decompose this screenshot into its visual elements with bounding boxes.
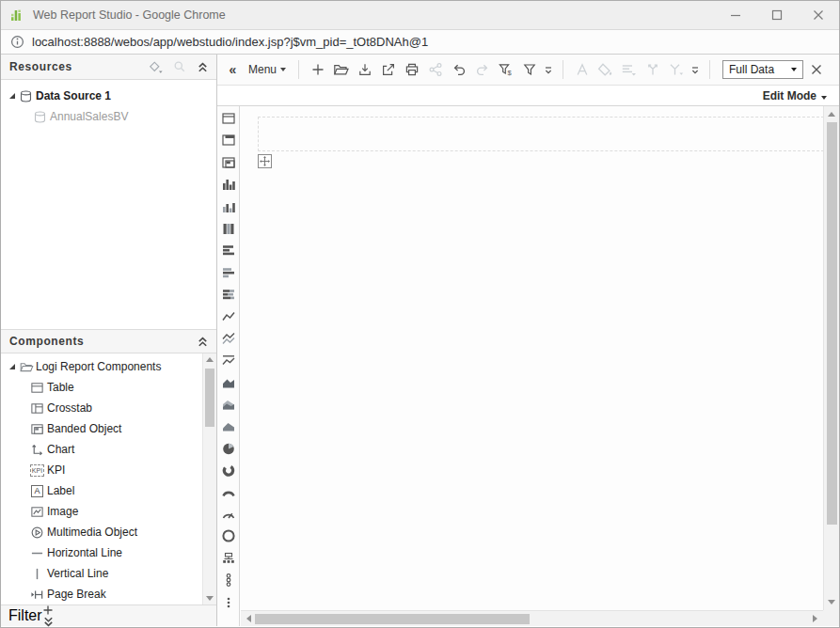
multi-line-chart-icon[interactable] xyxy=(221,331,236,346)
collapse-sidebar-button[interactable]: « xyxy=(222,58,244,81)
export-button[interactable] xyxy=(377,58,399,81)
open-folder-button[interactable] xyxy=(330,58,352,81)
crosstab-icon[interactable] xyxy=(221,133,236,148)
canvas-vertical-scrollbar[interactable] xyxy=(823,106,839,610)
scroll-right-icon[interactable] xyxy=(813,611,817,626)
search-icon[interactable] xyxy=(173,60,186,73)
column-chart-icon[interactable] xyxy=(221,221,236,236)
component-item-label: Label xyxy=(47,484,74,497)
org-chart-icon[interactable] xyxy=(221,551,236,566)
banded-object-icon[interactable] xyxy=(221,155,236,170)
more-icon[interactable] xyxy=(221,595,236,610)
save-button[interactable] xyxy=(354,58,375,81)
report-canvas[interactable] xyxy=(241,106,823,610)
stacked-area-chart-icon[interactable] xyxy=(221,418,236,433)
component-item-table[interactable]: Table xyxy=(1,377,216,398)
donut-chart-icon[interactable] xyxy=(221,463,236,478)
report-band[interactable] xyxy=(258,117,823,151)
minimize-button[interactable] xyxy=(715,1,756,29)
undo-button[interactable] xyxy=(448,58,469,81)
fill-color-button[interactable] xyxy=(594,58,616,81)
window-title: Web Report Studio - Google Chrome xyxy=(33,8,715,22)
component-item-multimedia-object[interactable]: Multimedia Object xyxy=(1,522,216,542)
component-item-banded-object[interactable]: Banded Object xyxy=(1,418,216,439)
maximize-button[interactable] xyxy=(756,1,798,29)
component-item-label[interactable]: A Label xyxy=(1,480,216,501)
more-options-icon[interactable] xyxy=(689,58,702,81)
multimedia-icon xyxy=(29,526,45,540)
info-icon[interactable] xyxy=(10,35,24,49)
tree-item-business-view[interactable]: AnnualSalesBV xyxy=(1,106,216,127)
scroll-left-icon[interactable] xyxy=(246,611,251,626)
component-item-crosstab[interactable]: Crosstab xyxy=(1,398,216,418)
edit-mode-button[interactable]: Edit Mode xyxy=(763,89,827,102)
scrollbar-thumb[interactable] xyxy=(205,369,214,427)
address-bar[interactable]: localhost:8888/webos/app/webstudio/index… xyxy=(1,30,839,55)
redo-button[interactable] xyxy=(471,58,493,81)
scroll-up-icon[interactable] xyxy=(203,357,216,362)
view-mode-select[interactable]: Full Data xyxy=(722,60,803,79)
url-text[interactable]: localhost:8888/webos/app/webstudio/index… xyxy=(32,35,428,49)
component-item-page-break[interactable]: Page Break xyxy=(1,584,216,604)
component-item-kpi[interactable]: KPI KPI xyxy=(1,460,216,480)
horizontal-stacked-chart-icon[interactable] xyxy=(221,287,236,302)
scrollbar-corner xyxy=(823,610,839,626)
filter-values-button[interactable]: $ xyxy=(495,58,516,81)
component-item-vertical-line[interactable]: Vertical Line xyxy=(1,563,216,584)
align-button[interactable] xyxy=(618,58,640,81)
gauge-chart-icon[interactable] xyxy=(221,507,236,522)
line-chart-icon[interactable] xyxy=(221,309,236,324)
canvas-horizontal-scrollbar[interactable] xyxy=(241,610,823,626)
merge-split-button[interactable] xyxy=(642,58,663,81)
mode-row: Edit Mode xyxy=(217,86,839,105)
folder-icon xyxy=(18,360,34,374)
close-report-button[interactable] xyxy=(805,58,827,81)
join-button[interactable] xyxy=(665,58,687,81)
expander-icon[interactable] xyxy=(7,362,18,371)
overlay-line-chart-icon[interactable] xyxy=(221,353,236,368)
menu-button[interactable]: Menu xyxy=(248,63,286,76)
layered-area-chart-icon[interactable] xyxy=(221,397,236,412)
expand-panel-icon[interactable] xyxy=(42,616,55,628)
horizontal-bar-chart-icon[interactable] xyxy=(221,243,236,258)
scrollbar-thumb[interactable] xyxy=(255,614,530,624)
component-item-chart[interactable]: Chart xyxy=(1,439,216,460)
collapse-panel-icon[interactable] xyxy=(197,336,209,348)
collapse-panel-icon[interactable] xyxy=(197,61,209,73)
font-button[interactable] xyxy=(571,58,593,81)
pie-chart-icon[interactable] xyxy=(221,441,236,456)
horizontal-bench-chart-icon[interactable] xyxy=(221,265,236,280)
filter-button[interactable] xyxy=(518,58,540,81)
component-item-horizontal-line[interactable]: Horizontal Line xyxy=(1,542,216,563)
sidebar: Resources Data Source 1 AnnualSalesBV xyxy=(1,55,217,626)
print-button[interactable] xyxy=(401,58,422,81)
more-options-icon[interactable] xyxy=(542,58,555,81)
components-panel-header: Components xyxy=(1,329,216,353)
components-scrollbar[interactable] xyxy=(202,353,216,604)
table-icon[interactable] xyxy=(221,111,236,126)
arc-chart-icon[interactable] xyxy=(221,485,236,500)
new-button[interactable] xyxy=(307,58,328,81)
close-window-button[interactable] xyxy=(798,1,839,29)
scroll-up-icon[interactable] xyxy=(824,112,839,117)
component-palette xyxy=(217,106,240,626)
area-chart-icon[interactable] xyxy=(221,375,236,390)
component-item-image[interactable]: Image xyxy=(1,501,216,522)
scroll-down-icon[interactable] xyxy=(203,596,216,601)
component-item-label: Image xyxy=(47,505,78,518)
move-handle[interactable] xyxy=(258,154,272,168)
tree-item-logi-report-components[interactable]: Logi Report Components xyxy=(1,356,216,377)
component-item-label: Vertical Line xyxy=(47,567,108,580)
bench-chart-icon[interactable] xyxy=(221,199,236,214)
scrollbar-thumb[interactable] xyxy=(827,122,837,525)
expander-icon[interactable] xyxy=(7,91,18,101)
share-button[interactable] xyxy=(424,58,446,81)
add-icon[interactable] xyxy=(42,604,55,616)
sort-diamond-icon[interactable] xyxy=(148,60,163,74)
tree-item-data-source[interactable]: Data Source 1 xyxy=(1,86,216,106)
scroll-down-icon[interactable] xyxy=(824,600,839,604)
bubble-chart-icon[interactable] xyxy=(221,573,236,588)
crosstab-icon xyxy=(29,401,45,416)
circle-chart-icon[interactable] xyxy=(221,528,236,543)
bar-chart-icon[interactable] xyxy=(221,177,236,192)
